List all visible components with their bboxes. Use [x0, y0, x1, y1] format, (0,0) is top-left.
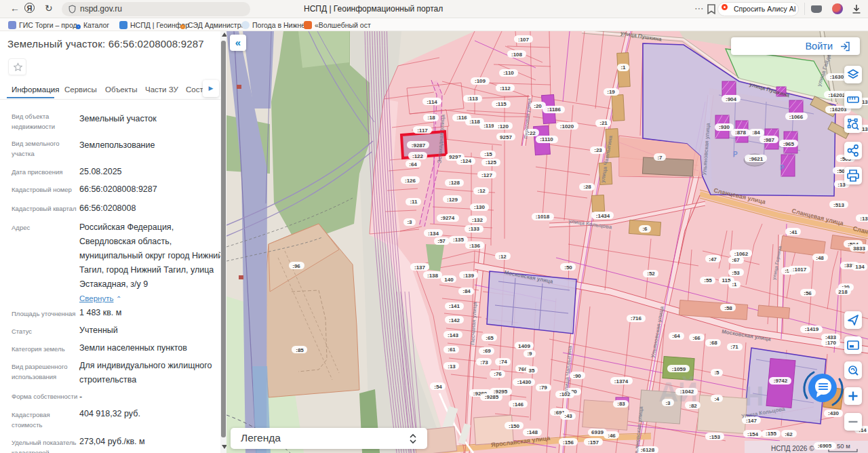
svg-text::124: :124 [460, 158, 472, 164]
svg-text::28: :28 [583, 184, 591, 190]
svg-text::3: :3 [407, 219, 412, 225]
svg-text::878: :878 [735, 130, 747, 136]
svg-text::137: :137 [414, 264, 426, 271]
svg-text::1062: :1062 [734, 251, 749, 257]
svg-text:9257: 9257 [500, 134, 512, 140]
svg-text::716: :716 [631, 315, 642, 321]
svg-text:35: 35 [529, 368, 535, 374]
svg-text::150: :150 [509, 423, 520, 429]
svg-text::141: :141 [449, 303, 460, 309]
svg-text::6905: :6905 [818, 443, 832, 449]
svg-text::55: :55 [704, 277, 712, 283]
svg-text::139: :139 [463, 273, 475, 279]
svg-text::1434: :1434 [596, 213, 610, 219]
svg-text::129: :129 [447, 197, 458, 203]
svg-text::965: :965 [783, 141, 795, 147]
svg-text::48: :48 [816, 255, 824, 261]
svg-text::54: :54 [434, 384, 442, 390]
svg-text::73: :73 [480, 359, 488, 366]
svg-text::107: :107 [518, 37, 530, 43]
svg-text::119: :119 [484, 123, 494, 129]
svg-text::20: :20 [534, 103, 542, 109]
svg-text::68: :68 [709, 340, 717, 346]
svg-text::113: :113 [467, 96, 478, 102]
svg-text::47: :47 [709, 256, 717, 262]
svg-text::143: :143 [448, 332, 459, 338]
svg-text::62: :62 [785, 431, 793, 437]
svg-text::65: :65 [486, 335, 494, 341]
svg-text::109: :109 [475, 78, 486, 84]
svg-text::904: :904 [726, 96, 737, 102]
svg-text::19: :19 [607, 89, 615, 95]
svg-text:134: 134 [855, 264, 865, 270]
svg-text::135: :135 [453, 237, 465, 243]
svg-text::153: :153 [709, 434, 721, 440]
svg-text:1409: 1409 [518, 343, 530, 349]
svg-text::117: :117 [417, 127, 428, 134]
svg-text::132: :132 [472, 217, 484, 223]
svg-text::170: :170 [825, 340, 837, 346]
svg-text::9: :9 [527, 351, 532, 357]
svg-text::6: :6 [642, 226, 648, 232]
svg-text::12: :12 [477, 188, 486, 194]
svg-text::85: :85 [296, 347, 304, 353]
svg-text::1186: :1186 [547, 106, 561, 113]
svg-text::1042: :1042 [680, 389, 694, 395]
svg-text::128: :128 [449, 180, 460, 186]
svg-text::154: :154 [747, 431, 759, 437]
svg-text::130: :130 [474, 204, 486, 210]
svg-text::7: :7 [657, 155, 663, 161]
svg-text::148: :148 [527, 429, 538, 435]
svg-text::1: :1 [732, 281, 737, 288]
svg-text::76: :76 [494, 371, 502, 377]
svg-text::69: :69 [483, 348, 491, 354]
svg-text::1430: :1430 [517, 379, 532, 385]
svg-text::83: :83 [617, 401, 625, 407]
svg-text::84: :84 [462, 288, 471, 294]
svg-text::67: :67 [732, 257, 740, 263]
svg-text::1630: :1630 [830, 74, 844, 80]
svg-text::122: :122 [412, 153, 424, 159]
svg-text::79: :79 [539, 385, 547, 391]
svg-text::1110: :1110 [540, 136, 553, 142]
svg-text::43: :43 [564, 413, 572, 419]
svg-text::9295: :9295 [494, 389, 508, 395]
svg-text::71: :71 [730, 344, 738, 350]
svg-text::13: :13 [448, 363, 456, 370]
svg-text::157: :157 [588, 439, 599, 446]
svg-text::53: :53 [732, 270, 740, 276]
svg-text::82: :82 [689, 403, 697, 409]
svg-text::133: :133 [469, 226, 480, 232]
svg-text::50: :50 [564, 264, 572, 271]
svg-text::115: :115 [496, 101, 507, 107]
svg-text::1: :1 [620, 64, 626, 71]
svg-text::15: :15 [484, 151, 492, 157]
svg-text::11: :11 [410, 199, 418, 205]
svg-text::96: :96 [292, 263, 300, 269]
svg-text::61: :61 [448, 347, 456, 353]
svg-text::147: :147 [746, 418, 757, 424]
svg-text::142: :142 [449, 317, 460, 323]
svg-text::930: :930 [719, 124, 730, 130]
svg-text::125: :125 [486, 159, 497, 165]
svg-text:3833: 3833 [853, 245, 865, 252]
svg-text::513: :513 [833, 202, 845, 208]
svg-text::41: :41 [789, 229, 797, 235]
svg-text::155: :155 [766, 431, 777, 437]
svg-text::108: :108 [511, 52, 523, 58]
svg-text::5: :5 [714, 370, 719, 376]
svg-text::16202: :16202 [829, 92, 846, 98]
svg-text:P: P [780, 164, 785, 172]
svg-text::987: :987 [764, 137, 775, 143]
svg-text::9274: :9274 [441, 215, 455, 221]
svg-text:6939: 6939 [591, 429, 604, 435]
svg-text::146: :146 [513, 401, 524, 408]
svg-text:218: 218 [838, 289, 848, 295]
svg-text::9621: :9621 [749, 156, 764, 162]
svg-text::6128: :6128 [641, 447, 655, 453]
svg-text::1419: :1419 [805, 326, 819, 332]
svg-text::9287: :9287 [412, 142, 426, 149]
svg-text::127: :127 [481, 172, 493, 178]
svg-text::18: :18 [427, 115, 435, 121]
svg-text:140: 140 [444, 277, 454, 283]
